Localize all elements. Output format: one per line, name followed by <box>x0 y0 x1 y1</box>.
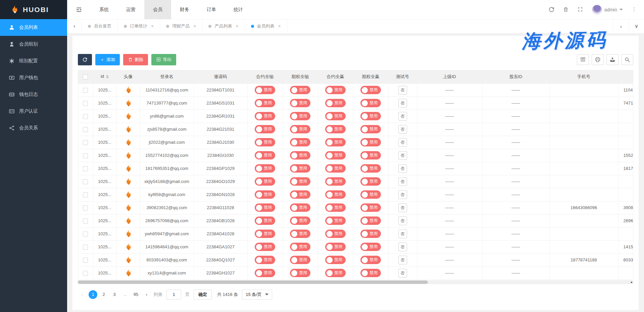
status-toggle[interactable]: 禁用 <box>360 243 381 251</box>
row-checkbox[interactable] <box>83 219 88 224</box>
status-toggle[interactable]: 禁用 <box>290 243 310 251</box>
status-toggle[interactable]: 禁用 <box>360 164 381 173</box>
status-toggle[interactable]: 禁用 <box>255 125 275 133</box>
test-account-button[interactable]: 否 <box>398 86 407 95</box>
status-toggle[interactable]: 禁用 <box>290 190 310 199</box>
test-account-button[interactable]: 否 <box>398 112 407 121</box>
status-toggle[interactable]: 禁用 <box>290 138 310 146</box>
status-toggle[interactable]: 禁用 <box>290 203 310 212</box>
sidebar-item-5[interactable]: 钱包日志 <box>0 86 67 103</box>
nav-item-1[interactable]: 系统 <box>91 0 117 19</box>
row-checkbox[interactable] <box>83 205 88 210</box>
goto-page-input[interactable] <box>166 290 181 300</box>
row-checkbox[interactable] <box>83 258 88 263</box>
page-number-1[interactable]: 1 <box>89 290 97 299</box>
nav-item-6[interactable]: 统计 <box>225 0 252 19</box>
test-account-button[interactable]: 否 <box>398 230 407 238</box>
status-toggle[interactable]: 禁用 <box>325 230 346 238</box>
export-button[interactable]: 导出 <box>151 54 176 65</box>
status-toggle[interactable]: 禁用 <box>325 216 346 225</box>
row-checkbox[interactable] <box>83 245 88 250</box>
sidebar-item-2[interactable]: 会员组别 <box>0 36 67 53</box>
status-toggle[interactable]: 禁用 <box>360 177 381 186</box>
row-checkbox[interactable] <box>83 88 88 93</box>
close-icon[interactable]: × <box>151 23 154 29</box>
status-toggle[interactable]: 禁用 <box>360 125 381 133</box>
tab-5[interactable]: 会员列表× <box>245 19 287 33</box>
scroll-right-arrow-icon[interactable]: ▸ <box>631 280 633 284</box>
test-account-button[interactable]: 否 <box>398 99 407 108</box>
status-toggle[interactable]: 禁用 <box>325 86 346 94</box>
add-button[interactable]: ＋添加 <box>95 54 120 65</box>
status-toggle[interactable]: 禁用 <box>255 190 275 199</box>
status-toggle[interactable]: 禁用 <box>360 203 381 212</box>
close-icon[interactable]: × <box>193 23 196 29</box>
tabs-scroll-left-icon[interactable]: ‹ <box>67 19 82 33</box>
sidebar-fold-icon[interactable] <box>67 0 91 19</box>
row-checkbox[interactable] <box>83 140 88 145</box>
row-checkbox[interactable] <box>83 127 88 132</box>
status-toggle[interactable]: 禁用 <box>360 86 381 94</box>
row-checkbox[interactable] <box>83 232 88 237</box>
row-checkbox[interactable] <box>83 166 88 171</box>
close-icon[interactable]: × <box>236 23 238 29</box>
status-toggle[interactable]: 禁用 <box>255 203 275 212</box>
nav-item-4[interactable]: 财务 <box>171 0 198 19</box>
status-toggle[interactable]: 禁用 <box>255 151 275 160</box>
tab-3[interactable]: 理财产品× <box>160 19 202 33</box>
row-checkbox[interactable] <box>83 271 88 276</box>
status-toggle[interactable]: 禁用 <box>290 112 310 120</box>
sidebar-item-4[interactable]: 用户钱包 <box>0 69 67 86</box>
status-toggle[interactable]: 禁用 <box>255 99 275 107</box>
status-toggle[interactable]: 禁用 <box>325 99 346 107</box>
test-account-button[interactable]: 否 <box>398 269 407 277</box>
test-account-button[interactable]: 否 <box>398 125 407 134</box>
sidebar-item-6[interactable]: 用户认证 <box>0 103 67 120</box>
close-icon[interactable]: × <box>278 23 281 29</box>
test-account-button[interactable]: 否 <box>398 216 407 225</box>
tabs-menu-icon[interactable]: ∨ <box>629 19 644 33</box>
search-button[interactable] <box>621 54 633 65</box>
status-toggle[interactable]: 禁用 <box>360 112 381 120</box>
status-toggle[interactable]: 禁用 <box>360 138 381 146</box>
user-menu[interactable]: admin <box>592 5 623 15</box>
row-checkbox[interactable] <box>83 192 88 197</box>
row-checkbox[interactable] <box>83 101 88 106</box>
nav-item-3[interactable]: 会员 <box>144 0 171 19</box>
test-account-button[interactable]: 否 <box>398 203 407 212</box>
status-toggle[interactable]: 禁用 <box>290 86 310 94</box>
status-toggle[interactable]: 禁用 <box>255 216 275 225</box>
status-toggle[interactable]: 禁用 <box>325 203 346 212</box>
kebab-menu-icon[interactable]: ⋮ <box>632 7 637 12</box>
status-toggle[interactable]: 禁用 <box>360 269 381 277</box>
refresh-table-button[interactable] <box>78 54 92 65</box>
status-toggle[interactable]: 禁用 <box>325 243 346 251</box>
status-toggle[interactable]: 禁用 <box>360 190 381 199</box>
status-toggle[interactable]: 禁用 <box>290 216 310 225</box>
tab-1[interactable]: 后台首页 <box>82 19 118 33</box>
refresh-icon[interactable] <box>549 7 554 12</box>
status-toggle[interactable]: 禁用 <box>325 164 346 173</box>
status-toggle[interactable]: 禁用 <box>290 125 310 133</box>
select-all-checkbox[interactable] <box>83 74 88 79</box>
status-toggle[interactable]: 禁用 <box>255 164 275 173</box>
printer-button[interactable] <box>592 54 604 65</box>
status-toggle[interactable]: 禁用 <box>255 269 275 277</box>
page-number-3[interactable]: 3 <box>110 290 119 299</box>
row-checkbox[interactable] <box>83 153 88 158</box>
per-page-select[interactable]: 15 条/页 <box>242 290 272 300</box>
status-toggle[interactable]: 禁用 <box>325 177 346 186</box>
status-toggle[interactable]: 禁用 <box>255 256 275 264</box>
test-account-button[interactable]: 否 <box>398 177 407 186</box>
status-toggle[interactable]: 禁用 <box>290 164 310 173</box>
test-account-button[interactable]: 否 <box>398 256 407 264</box>
status-toggle[interactable]: 禁用 <box>290 256 310 264</box>
fullscreen-icon[interactable] <box>578 7 583 12</box>
sort-icon[interactable] <box>106 74 109 80</box>
page-number-2[interactable]: 2 <box>99 290 108 299</box>
status-toggle[interactable]: 禁用 <box>325 151 346 160</box>
status-toggle[interactable]: 禁用 <box>360 216 381 225</box>
test-account-button[interactable]: 否 <box>398 151 407 160</box>
status-toggle[interactable]: 禁用 <box>360 230 381 238</box>
row-checkbox[interactable] <box>83 179 88 184</box>
